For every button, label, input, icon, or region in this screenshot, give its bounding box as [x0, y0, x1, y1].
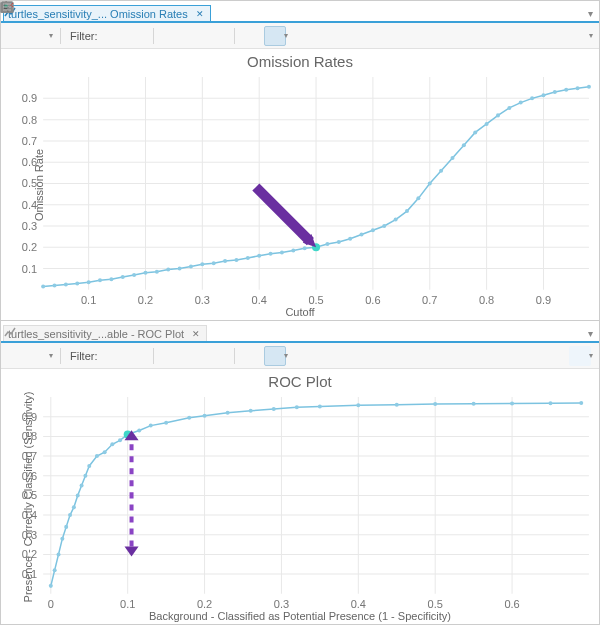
- separator: [153, 28, 154, 44]
- svg-text:0.1: 0.1: [120, 598, 135, 610]
- fullextent-icon[interactable]: [316, 346, 338, 366]
- chevron-down-icon[interactable]: ▾: [589, 351, 595, 360]
- svg-point-100: [564, 88, 568, 92]
- svg-text:0.8: 0.8: [22, 114, 37, 126]
- svg-point-160: [64, 525, 68, 529]
- properties-icon[interactable]: [5, 346, 27, 366]
- fullextent-icon[interactable]: [316, 26, 338, 46]
- swap-icon[interactable]: [183, 26, 205, 46]
- svg-point-165: [83, 474, 87, 478]
- svg-point-55: [53, 284, 57, 288]
- svg-text:0.9: 0.9: [22, 411, 37, 423]
- svg-point-89: [439, 169, 443, 173]
- svg-text:0.4: 0.4: [22, 509, 37, 521]
- zoom-icon[interactable]: [292, 346, 314, 366]
- rotate-icon[interactable]: [207, 346, 229, 366]
- svg-point-162: [72, 505, 76, 509]
- svg-text:0.3: 0.3: [274, 598, 289, 610]
- chevron-down-icon[interactable]: ▾: [49, 31, 55, 40]
- pointer-tool-icon[interactable]: [264, 26, 286, 46]
- svg-point-76: [291, 248, 295, 252]
- tab-menu-icon[interactable]: ▾: [582, 6, 599, 21]
- svg-text:0.5: 0.5: [22, 489, 37, 501]
- chevron-down-icon[interactable]: ▾: [284, 351, 290, 360]
- properties-icon[interactable]: [5, 26, 27, 46]
- svg-text:0.8: 0.8: [479, 294, 494, 306]
- filter-label: Filter:: [66, 30, 100, 42]
- svg-point-182: [356, 403, 360, 407]
- separator: [234, 28, 235, 44]
- pointer-tool-icon[interactable]: [264, 346, 286, 366]
- svg-line-104: [256, 187, 311, 242]
- svg-text:0.2: 0.2: [22, 241, 37, 253]
- filter-extent-icon[interactable]: [102, 346, 124, 366]
- clear-selection-icon[interactable]: [240, 26, 262, 46]
- svg-point-172: [137, 429, 141, 433]
- svg-point-63: [143, 271, 147, 275]
- tabstrip: turtles_sensitivity_... Omission Rates ✕…: [1, 1, 599, 23]
- svg-point-169: [110, 442, 114, 446]
- toolbar: ▾ Filter: ▾ ▾: [1, 23, 599, 49]
- tab-label: turtles_sensitivity_... Omission Rates: [8, 8, 188, 20]
- plot-svg: 00.10.20.30.40.50.60.10.20.30.40.50.60.7…: [1, 369, 599, 626]
- separator: [234, 348, 235, 364]
- svg-text:0.6: 0.6: [504, 598, 519, 610]
- bar-chart-icon[interactable]: [29, 346, 51, 366]
- omission-plot[interactable]: Omission Rates Omission Rate Cutoff 0.10…: [1, 49, 599, 320]
- svg-point-181: [318, 405, 322, 409]
- tab-roc[interactable]: turtles_sensitivity_...able - ROC Plot ✕: [3, 325, 207, 341]
- svg-text:0.4: 0.4: [22, 199, 37, 211]
- table-icon[interactable]: [159, 346, 181, 366]
- list-icon[interactable]: [569, 346, 591, 366]
- filter-selection-icon[interactable]: [126, 346, 148, 366]
- rotate-icon[interactable]: [207, 26, 229, 46]
- svg-point-58: [87, 280, 91, 284]
- filter-selection-icon[interactable]: [126, 26, 148, 46]
- svg-point-158: [57, 552, 61, 556]
- chevron-down-icon[interactable]: ▾: [284, 31, 290, 40]
- tab-menu-icon[interactable]: ▾: [582, 326, 599, 341]
- svg-text:0.4: 0.4: [351, 598, 366, 610]
- svg-point-87: [416, 196, 420, 200]
- svg-point-61: [121, 275, 125, 279]
- svg-point-101: [576, 86, 580, 90]
- svg-point-166: [87, 464, 91, 468]
- svg-text:0.7: 0.7: [422, 294, 437, 306]
- roc-plot[interactable]: ROC Plot Presence - Correctly Classified…: [1, 369, 599, 624]
- close-icon[interactable]: ✕: [192, 329, 200, 339]
- svg-point-173: [149, 424, 153, 428]
- zoom-icon[interactable]: [292, 26, 314, 46]
- svg-point-56: [64, 282, 68, 286]
- svg-point-80: [337, 240, 341, 244]
- svg-text:0: 0: [48, 598, 54, 610]
- svg-text:0.1: 0.1: [22, 568, 37, 580]
- chevron-down-icon[interactable]: ▾: [589, 31, 595, 40]
- svg-point-187: [548, 401, 552, 405]
- chevron-down-icon[interactable]: ▾: [49, 351, 55, 360]
- close-icon[interactable]: ✕: [196, 9, 204, 19]
- svg-point-99: [553, 90, 557, 94]
- tab-omission[interactable]: turtles_sensitivity_... Omission Rates ✕: [3, 5, 211, 21]
- list-icon[interactable]: [569, 26, 591, 46]
- clear-selection-icon[interactable]: [240, 346, 262, 366]
- omission-chart-panel: turtles_sensitivity_... Omission Rates ✕…: [0, 0, 600, 321]
- separator: [60, 348, 61, 364]
- svg-text:0.5: 0.5: [308, 294, 323, 306]
- svg-point-86: [405, 209, 409, 213]
- svg-point-184: [433, 402, 437, 406]
- svg-point-83: [371, 228, 375, 232]
- line-chart-icon: [4, 326, 16, 338]
- svg-point-186: [510, 401, 514, 405]
- svg-text:0.9: 0.9: [536, 294, 551, 306]
- swap-icon[interactable]: [183, 346, 205, 366]
- filter-extent-icon[interactable]: [102, 26, 124, 46]
- svg-point-95: [507, 106, 511, 110]
- table-icon[interactable]: [159, 26, 181, 46]
- svg-point-54: [41, 285, 45, 289]
- bar-chart-icon[interactable]: [29, 26, 51, 46]
- svg-point-74: [269, 252, 273, 256]
- svg-point-77: [303, 246, 307, 250]
- svg-point-57: [75, 281, 79, 285]
- svg-point-183: [395, 403, 399, 407]
- svg-text:0.6: 0.6: [22, 156, 37, 168]
